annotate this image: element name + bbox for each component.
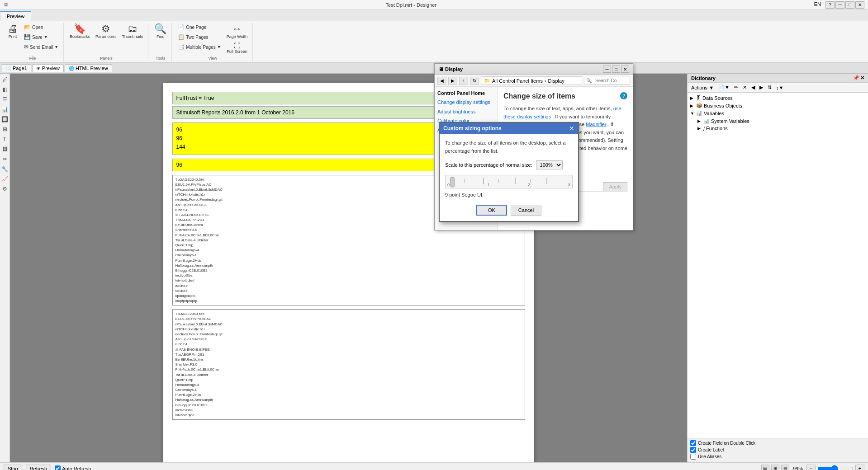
auto-refresh-checkbox[interactable] <box>55 465 61 470</box>
bookmarks-button[interactable]: 🔖 Bookmarks <box>67 23 92 40</box>
two-pages-button[interactable]: 📋 Two Pages <box>175 33 223 42</box>
move-up-button[interactable]: ◀ <box>749 84 757 91</box>
save-button[interactable]: 💾 Save ▼ <box>22 33 61 42</box>
cp-refresh-nav[interactable]: ↻ <box>470 77 479 85</box>
view-mode-2[interactable]: ⊞ <box>771 465 779 470</box>
tree-item-functions[interactable]: ▶ f Functions <box>697 125 866 132</box>
page-width-button[interactable]: ↔ Page Width <box>224 23 250 40</box>
cp-breadcrumb[interactable]: 📁 All Control Panel Items › Display <box>481 76 582 85</box>
email-dropdown-icon[interactable]: ▼ <box>54 45 58 49</box>
new-item-button[interactable]: 📄▼ <box>716 84 731 91</box>
cp-apply-button[interactable]: Apply <box>603 182 627 191</box>
scale-select[interactable]: 100% <box>536 160 563 169</box>
refresh-button[interactable]: Refresh <box>26 465 52 470</box>
doc-tab-html-preview[interactable]: 🌐 HTML Preview <box>65 64 112 72</box>
sidebar-icon-3[interactable]: ☰ <box>1 95 9 103</box>
close-button[interactable]: ✕ <box>855 1 864 9</box>
use-aliases-checkbox-row[interactable]: Use Aliases <box>690 454 865 460</box>
use-aliases-checkbox[interactable] <box>690 454 696 460</box>
cp-search-input[interactable] <box>593 77 630 84</box>
tree-item-variables[interactable]: ▼ 📊 Variables <box>689 109 866 117</box>
multiple-pages-dropdown[interactable]: ▼ <box>217 45 221 49</box>
cp-search-box[interactable]: 🔍 <box>584 77 630 85</box>
expand-business-objects[interactable]: ▶ <box>690 103 695 108</box>
sidebar-icon-5[interactable]: 🔲 <box>1 115 9 123</box>
dialog-ok-button[interactable]: OK <box>476 205 507 216</box>
cp-minimize[interactable]: ─ <box>603 66 611 73</box>
cp-close[interactable]: ✕ <box>621 66 629 73</box>
parameters-button[interactable]: ⚙ Parameters <box>93 23 119 40</box>
sidebar-icon-12[interactable]: ⚙ <box>1 185 9 193</box>
cp-maximize[interactable]: □ <box>612 66 620 73</box>
sidebar-icon-8[interactable]: 🖼 <box>1 145 9 153</box>
send-email-button[interactable]: ✉ Send Email ▼ <box>22 42 61 52</box>
move-down-button[interactable]: ▶ <box>758 84 765 91</box>
sidebar-icon-4[interactable]: 📊 <box>1 105 9 113</box>
sidebar-icon-2[interactable]: ◧ <box>1 85 9 94</box>
actions-button[interactable]: Actions ▼ <box>689 84 716 91</box>
cp-link-brightness[interactable]: Adjust brightness <box>437 108 495 116</box>
sidebar-icon-9[interactable]: ✏ <box>1 155 9 163</box>
dialog-ruler[interactable]: 0 1 2 3 <box>445 175 573 188</box>
create-label-checkbox-row[interactable]: Create Label <box>690 447 865 453</box>
expand-datasources[interactable]: ▶ <box>690 96 695 100</box>
panel-pin-icon[interactable]: 📌 <box>853 75 859 81</box>
stop-button[interactable]: Stop <box>4 465 22 470</box>
restore-button[interactable]: □ <box>845 1 854 9</box>
expand-variables[interactable]: ▼ <box>690 111 695 116</box>
help-icon[interactable]: ? <box>620 92 627 99</box>
full-screen-button[interactable]: ⛶ Full Screen <box>224 41 250 55</box>
ribbon-tools-items: 🔍 Find <box>152 23 169 55</box>
dictionary-tree[interactable]: ▶ 🗄 Data Sources ▶ 📦 Business Objects ▼ … <box>688 93 868 438</box>
print-button[interactable]: 🖨 Print <box>5 23 21 40</box>
thumbnails-button[interactable]: 🗂 Thumbnails <box>120 23 146 40</box>
create-field-checkbox[interactable] <box>690 440 696 446</box>
data-line: Shsrfder:F3.0 <box>175 362 522 367</box>
create-label-checkbox[interactable] <box>690 447 696 453</box>
cp-back[interactable]: ◀ <box>437 77 446 85</box>
search-icon: 🔍 <box>584 77 593 84</box>
sidebar-icon-11[interactable]: 📈 <box>1 175 9 183</box>
zoom-in-button[interactable]: + <box>855 465 864 470</box>
auto-refresh-checkbox-row[interactable]: Auto Refresh <box>55 465 91 470</box>
dialog-description: To change the size of all items on the d… <box>445 139 573 155</box>
minimize-button[interactable]: ─ <box>835 1 844 9</box>
tree-item-datasources[interactable]: ▶ 🗄 Data Sources <box>689 94 866 102</box>
doc-tab-preview[interactable]: 👁 Preview <box>32 64 64 72</box>
expand-functions[interactable]: ▶ <box>697 126 702 131</box>
save-dropdown-icon[interactable]: ▼ <box>44 35 48 39</box>
ribbon-tab-preview[interactable]: Preview <box>0 11 31 21</box>
one-page-button[interactable]: 📄 One Page <box>175 23 223 32</box>
tree-item-system-variables[interactable]: ▶ 📊 System Variables <box>697 117 866 125</box>
dialog-cancel-button[interactable]: Cancel <box>511 205 541 216</box>
open-button[interactable]: 📂 Open <box>22 23 61 32</box>
help-button[interactable]: ? <box>825 1 835 9</box>
sidebar-icon-1[interactable]: 🖊 <box>1 75 9 84</box>
tree-item-business-objects[interactable]: ▶ 📦 Business Objects <box>689 102 866 109</box>
delete-button[interactable]: ✕ <box>741 84 749 91</box>
cp-up[interactable]: ↑ <box>459 77 468 85</box>
sort-button[interactable]: ⇅ <box>766 84 773 91</box>
create-field-checkbox-row[interactable]: Create Field on Double Click <box>690 440 865 446</box>
cp-forward[interactable]: ▶ <box>448 77 457 85</box>
multiple-pages-button[interactable]: 📑 Multiple Pages ▼ <box>175 42 223 52</box>
sidebar-icon-7[interactable]: T <box>1 135 9 143</box>
zoom-slider[interactable] <box>817 465 854 470</box>
view-mode-1[interactable]: ▤ <box>761 465 769 470</box>
custom-sizing-dialog: Custom sizing options ✕ To change the si… <box>439 122 579 222</box>
doc-tab-page1[interactable]: 📄 Page1 <box>2 64 31 72</box>
zoom-out-button[interactable]: − <box>806 465 816 470</box>
edit-button[interactable]: ✏ <box>732 84 740 91</box>
sidebar-icon-6[interactable]: ⊞ <box>1 125 9 133</box>
expand-system-vars[interactable]: ▶ <box>697 119 702 123</box>
cp-link-display-settings[interactable]: Change display settings <box>437 99 495 106</box>
two-pages-icon: 📋 <box>178 34 185 40</box>
sidebar-icon-10[interactable]: 🔧 <box>1 165 9 173</box>
view-mode-3[interactable]: ⊟ <box>781 465 789 470</box>
cp-window-controls: ─ □ ✕ <box>603 66 629 73</box>
find-button[interactable]: 🔍 Find <box>152 23 169 40</box>
sort-options-button[interactable]: ↕▼ <box>774 84 785 91</box>
dialog-close-button[interactable]: ✕ <box>569 125 574 132</box>
panel-close-icon[interactable]: ✕ <box>860 75 864 81</box>
cp-link-magnifier[interactable]: Magnifier <box>586 122 606 127</box>
